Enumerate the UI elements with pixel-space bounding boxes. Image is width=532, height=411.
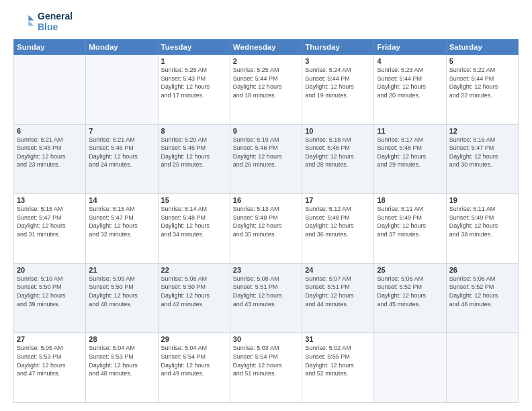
calendar-cell [374, 333, 446, 403]
day-info: Sunrise: 5:20 AM Sunset: 5:45 PM Dayligh… [161, 136, 227, 169]
calendar-cell: 12Sunrise: 5:16 AM Sunset: 5:47 PM Dayli… [446, 124, 518, 194]
day-number: 5 [449, 57, 515, 65]
calendar-cell: 1Sunrise: 5:26 AM Sunset: 5:43 PM Daylig… [158, 55, 230, 125]
svg-marker-1 [28, 20, 34, 26]
page: General Blue SundayMondayTuesdayWednesda… [0, 0, 532, 411]
day-info: Sunrise: 5:24 AM Sunset: 5:44 PM Dayligh… [305, 66, 371, 99]
calendar-cell: 26Sunrise: 5:06 AM Sunset: 5:52 PM Dayli… [446, 263, 518, 333]
day-info: Sunrise: 5:21 AM Sunset: 5:45 PM Dayligh… [17, 136, 83, 169]
calendar-table: SundayMondayTuesdayWednesdayThursdayFrid… [13, 39, 519, 403]
day-number: 13 [17, 196, 83, 204]
day-info: Sunrise: 5:23 AM Sunset: 5:44 PM Dayligh… [377, 66, 443, 99]
calendar-cell: 8Sunrise: 5:20 AM Sunset: 5:45 PM Daylig… [158, 124, 230, 194]
day-info: Sunrise: 5:05 AM Sunset: 5:53 PM Dayligh… [17, 344, 83, 377]
day-info: Sunrise: 5:12 AM Sunset: 5:48 PM Dayligh… [305, 205, 371, 238]
day-number: 23 [233, 266, 299, 274]
calendar-cell: 28Sunrise: 5:04 AM Sunset: 5:53 PM Dayli… [86, 333, 158, 403]
day-info: Sunrise: 5:19 AM Sunset: 5:46 PM Dayligh… [233, 136, 299, 169]
day-number: 2 [233, 57, 299, 65]
day-number: 1 [161, 57, 227, 65]
logo: General Blue [13, 11, 73, 32]
day-number: 18 [377, 196, 443, 204]
day-info: Sunrise: 5:15 AM Sunset: 5:47 PM Dayligh… [89, 205, 154, 238]
calendar-cell: 16Sunrise: 5:13 AM Sunset: 5:48 PM Dayli… [230, 194, 302, 264]
day-info: Sunrise: 5:07 AM Sunset: 5:51 PM Dayligh… [305, 275, 371, 308]
calendar-cell: 4Sunrise: 5:23 AM Sunset: 5:44 PM Daylig… [374, 55, 446, 125]
day-number: 29 [161, 335, 227, 343]
day-number: 12 [449, 127, 515, 135]
day-number: 10 [305, 127, 371, 135]
day-header-friday: Friday [374, 40, 446, 55]
calendar-week-row: 6Sunrise: 5:21 AM Sunset: 5:45 PM Daylig… [14, 124, 519, 194]
day-number: 25 [377, 266, 443, 274]
calendar-cell: 24Sunrise: 5:07 AM Sunset: 5:51 PM Dayli… [302, 263, 374, 333]
calendar-cell: 23Sunrise: 5:08 AM Sunset: 5:51 PM Dayli… [230, 263, 302, 333]
calendar-cell: 20Sunrise: 5:10 AM Sunset: 5:50 PM Dayli… [14, 263, 86, 333]
calendar-cell [446, 333, 518, 403]
calendar-cell: 31Sunrise: 5:02 AM Sunset: 5:55 PM Dayli… [302, 333, 374, 403]
day-header-wednesday: Wednesday [230, 40, 302, 55]
day-number: 7 [89, 127, 154, 135]
calendar-cell: 15Sunrise: 5:14 AM Sunset: 5:48 PM Dayli… [158, 194, 230, 264]
day-info: Sunrise: 5:13 AM Sunset: 5:48 PM Dayligh… [233, 205, 299, 238]
calendar-cell: 19Sunrise: 5:11 AM Sunset: 5:49 PM Dayli… [446, 194, 518, 264]
header: General Blue [13, 11, 519, 32]
day-info: Sunrise: 5:06 AM Sunset: 5:52 PM Dayligh… [449, 275, 515, 308]
calendar-cell [14, 55, 86, 125]
day-header-sunday: Sunday [14, 40, 86, 55]
day-number: 8 [161, 127, 227, 135]
calendar-week-row: 13Sunrise: 5:15 AM Sunset: 5:47 PM Dayli… [14, 194, 519, 264]
calendar-cell: 27Sunrise: 5:05 AM Sunset: 5:53 PM Dayli… [14, 333, 86, 403]
day-info: Sunrise: 5:22 AM Sunset: 5:44 PM Dayligh… [449, 66, 515, 99]
calendar-cell: 7Sunrise: 5:21 AM Sunset: 5:45 PM Daylig… [86, 124, 158, 194]
day-number: 11 [377, 127, 443, 135]
calendar-cell: 5Sunrise: 5:22 AM Sunset: 5:44 PM Daylig… [446, 55, 518, 125]
day-number: 26 [449, 266, 515, 274]
day-info: Sunrise: 5:04 AM Sunset: 5:53 PM Dayligh… [89, 344, 154, 377]
day-info: Sunrise: 5:11 AM Sunset: 5:49 PM Dayligh… [377, 205, 443, 238]
calendar-cell: 29Sunrise: 5:04 AM Sunset: 5:54 PM Dayli… [158, 333, 230, 403]
day-header-tuesday: Tuesday [158, 40, 230, 55]
day-info: Sunrise: 5:06 AM Sunset: 5:52 PM Dayligh… [377, 275, 443, 308]
svg-marker-0 [28, 15, 34, 20]
day-number: 27 [17, 335, 83, 343]
calendar-week-row: 20Sunrise: 5:10 AM Sunset: 5:50 PM Dayli… [14, 263, 519, 333]
day-info: Sunrise: 5:02 AM Sunset: 5:55 PM Dayligh… [305, 344, 371, 377]
calendar-cell: 17Sunrise: 5:12 AM Sunset: 5:48 PM Dayli… [302, 194, 374, 264]
calendar-cell: 10Sunrise: 5:18 AM Sunset: 5:46 PM Dayli… [302, 124, 374, 194]
calendar-cell: 30Sunrise: 5:03 AM Sunset: 5:54 PM Dayli… [230, 333, 302, 403]
day-header-saturday: Saturday [446, 40, 518, 55]
calendar-week-row: 27Sunrise: 5:05 AM Sunset: 5:53 PM Dayli… [14, 333, 519, 403]
calendar-cell: 2Sunrise: 5:25 AM Sunset: 5:44 PM Daylig… [230, 55, 302, 125]
day-number: 17 [305, 196, 371, 204]
day-number: 20 [17, 266, 83, 274]
day-info: Sunrise: 5:16 AM Sunset: 5:47 PM Dayligh… [449, 136, 515, 169]
day-header-thursday: Thursday [302, 40, 374, 55]
day-info: Sunrise: 5:15 AM Sunset: 5:47 PM Dayligh… [17, 205, 83, 238]
day-number: 3 [305, 57, 371, 65]
calendar-cell: 21Sunrise: 5:09 AM Sunset: 5:50 PM Dayli… [86, 263, 158, 333]
logo-icon [13, 11, 35, 32]
day-info: Sunrise: 5:11 AM Sunset: 5:49 PM Dayligh… [449, 205, 515, 238]
day-info: Sunrise: 5:18 AM Sunset: 5:46 PM Dayligh… [305, 136, 371, 169]
calendar-cell [86, 55, 158, 125]
day-info: Sunrise: 5:04 AM Sunset: 5:54 PM Dayligh… [161, 344, 227, 377]
day-number: 28 [89, 335, 154, 343]
calendar-cell: 11Sunrise: 5:17 AM Sunset: 5:46 PM Dayli… [374, 124, 446, 194]
day-number: 24 [305, 266, 371, 274]
calendar-cell: 25Sunrise: 5:06 AM Sunset: 5:52 PM Dayli… [374, 263, 446, 333]
day-info: Sunrise: 5:26 AM Sunset: 5:43 PM Dayligh… [161, 66, 227, 99]
day-info: Sunrise: 5:21 AM Sunset: 5:45 PM Dayligh… [89, 136, 154, 169]
calendar-week-row: 1Sunrise: 5:26 AM Sunset: 5:43 PM Daylig… [14, 55, 519, 125]
day-info: Sunrise: 5:14 AM Sunset: 5:48 PM Dayligh… [161, 205, 227, 238]
day-number: 6 [17, 127, 83, 135]
day-number: 22 [161, 266, 227, 274]
day-info: Sunrise: 5:10 AM Sunset: 5:50 PM Dayligh… [17, 275, 83, 308]
day-number: 31 [305, 335, 371, 343]
calendar-cell: 14Sunrise: 5:15 AM Sunset: 5:47 PM Dayli… [86, 194, 158, 264]
day-info: Sunrise: 5:03 AM Sunset: 5:54 PM Dayligh… [233, 344, 299, 377]
day-number: 21 [89, 266, 154, 274]
calendar-cell: 22Sunrise: 5:08 AM Sunset: 5:50 PM Dayli… [158, 263, 230, 333]
logo-text: General Blue [38, 11, 73, 32]
day-info: Sunrise: 5:08 AM Sunset: 5:50 PM Dayligh… [161, 275, 227, 308]
